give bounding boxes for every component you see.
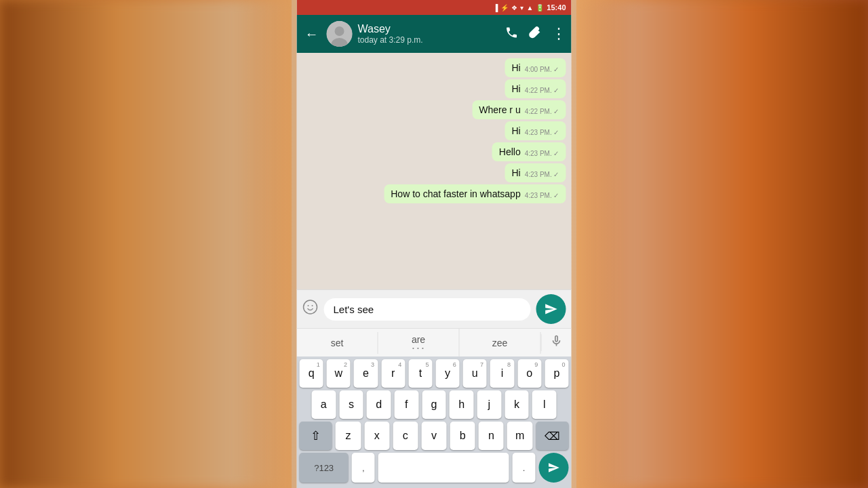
message-bubble: How to chat faster in whatsapp 4:23 PM. … xyxy=(384,184,566,203)
key-s[interactable]: s xyxy=(339,390,363,419)
key-w[interactable]: 2w xyxy=(327,359,351,388)
emoji-button[interactable] xyxy=(302,299,319,319)
period-key[interactable]: . xyxy=(513,453,536,483)
message-text: Hi xyxy=(511,62,520,73)
message-text: Hi xyxy=(511,125,520,136)
keyboard-bottom-row: ?123 , . xyxy=(297,450,572,488)
space-key[interactable] xyxy=(378,453,509,483)
message-bubble: Hi 4:23 PM. ✓ xyxy=(505,163,566,182)
status-icons: ▐ ⚡ ❖ ▾ ▲ 🔋 15:40 xyxy=(493,3,566,12)
key-z[interactable]: z xyxy=(336,422,361,450)
bg-right xyxy=(576,0,868,488)
message-bubble: Hi 4:00 PM. ✓ xyxy=(505,58,566,77)
keyboard-send-button[interactable] xyxy=(539,453,569,483)
input-text: Let's see xyxy=(334,304,374,315)
network-icon: ▲ xyxy=(526,4,533,12)
bluetooth-icon: ⚡ xyxy=(500,4,509,12)
avatar-svg xyxy=(327,21,353,47)
key-u[interactable]: 7u xyxy=(463,359,487,388)
shift-icon: ⇧ xyxy=(311,428,321,443)
menu-icon[interactable]: ⋮ xyxy=(551,25,566,43)
back-button[interactable]: ← xyxy=(302,24,321,45)
header-icons: ⋮ xyxy=(505,25,566,43)
attachment-icon[interactable] xyxy=(528,26,542,43)
key-b[interactable]: b xyxy=(450,422,475,450)
chat-area: Hi 4:00 PM. ✓ Hi 4:22 PM. ✓ Where r u 4:… xyxy=(297,53,572,289)
period-label: . xyxy=(523,463,526,473)
keyboard: 1q 2w 3e 4r 5t 6y 7u 8i 9o 0p a s d f g … xyxy=(297,357,572,488)
key-q[interactable]: 1q xyxy=(299,359,323,388)
signal-icon: ▐ xyxy=(493,4,498,12)
suggestions-bar: set are • • • zee xyxy=(297,328,572,357)
keyboard-send-icon xyxy=(548,462,560,474)
suggestion-zee[interactable]: zee xyxy=(460,332,541,354)
key-e[interactable]: 3e xyxy=(354,359,378,388)
wifi-icon: ▾ xyxy=(520,4,524,12)
key-t[interactable]: 5t xyxy=(408,359,432,388)
svg-point-4 xyxy=(308,305,309,306)
shift-key[interactable]: ⇧ xyxy=(300,422,332,450)
keyboard-row-1: 1q 2w 3e 4r 5t 6y 7u 8i 9o 0p xyxy=(297,357,572,388)
call-icon[interactable] xyxy=(505,26,519,43)
key-d[interactable]: d xyxy=(367,390,391,419)
message-time: 4:23 PM. ✓ xyxy=(525,150,559,157)
message-time: 4:22 PM. ✓ xyxy=(525,108,559,115)
emoji-svg xyxy=(302,299,319,315)
header-info: Wasey today at 3:29 p.m. xyxy=(358,23,500,45)
key-l[interactable]: l xyxy=(532,390,557,419)
message-text: Hello xyxy=(499,146,521,157)
key-o[interactable]: 9o xyxy=(517,359,541,388)
message-time: 4:23 PM. ✓ xyxy=(525,171,559,178)
bg-left xyxy=(0,0,292,488)
key-h[interactable]: h xyxy=(450,390,474,419)
chat-header: ← Wasey today at 3:29 p.m. ⋮ xyxy=(297,15,572,53)
security-icon: ❖ xyxy=(511,4,517,12)
key-g[interactable]: g xyxy=(422,390,446,419)
key-f[interactable]: f xyxy=(395,390,419,419)
message-bubble: Hi 4:23 PM. ✓ xyxy=(505,121,566,140)
comma-key[interactable]: , xyxy=(352,453,375,483)
key-p[interactable]: 0p xyxy=(545,359,568,388)
message-bubble: Hello 4:23 PM. ✓ xyxy=(492,142,566,161)
key-v[interactable]: v xyxy=(421,422,446,450)
phone-svg xyxy=(505,26,519,39)
backspace-key[interactable]: ⌫ xyxy=(536,422,568,450)
svg-point-3 xyxy=(304,300,317,314)
suggestion-set[interactable]: set xyxy=(297,332,378,354)
suggestion-are[interactable]: are • • • xyxy=(378,329,460,357)
mic-svg xyxy=(550,334,564,348)
key-j[interactable]: j xyxy=(477,390,502,419)
numbers-key[interactable]: ?123 xyxy=(300,453,349,483)
comma-label: , xyxy=(362,463,365,473)
message-text: Hi xyxy=(511,83,520,94)
send-button[interactable] xyxy=(536,294,566,324)
paperclip-svg xyxy=(528,26,542,39)
key-a[interactable]: a xyxy=(311,390,336,419)
message-text: Where r u xyxy=(479,104,520,115)
input-area: Let's see xyxy=(297,289,572,328)
message-text: How to chat faster in whatsapp xyxy=(391,188,520,199)
svg-point-1 xyxy=(335,26,344,36)
key-k[interactable]: k xyxy=(505,390,529,419)
svg-point-5 xyxy=(312,305,313,306)
key-y[interactable]: 6y xyxy=(436,359,460,388)
message-time: 4:22 PM. ✓ xyxy=(525,87,559,94)
key-m[interactable]: m xyxy=(507,422,532,450)
keyboard-row-3: ⇧ z x c v b n m ⌫ xyxy=(297,419,572,450)
key-r[interactable]: 4r xyxy=(381,359,405,388)
key-i[interactable]: 8i xyxy=(490,359,514,388)
message-bubble: Hi 4:22 PM. ✓ xyxy=(505,79,566,98)
numbers-label: ?123 xyxy=(314,463,334,473)
message-input[interactable]: Let's see xyxy=(324,298,531,321)
key-x[interactable]: x xyxy=(364,422,389,450)
backspace-icon: ⌫ xyxy=(545,430,560,443)
message-bubble: Where r u 4:22 PM. ✓ xyxy=(472,100,566,119)
dots-indicator: • • • xyxy=(412,345,425,351)
key-n[interactable]: n xyxy=(479,422,504,450)
keyboard-row-2: a s d f g h j k l xyxy=(297,388,572,419)
message-time: 4:23 PM. ✓ xyxy=(525,192,559,199)
status-time: 15:40 xyxy=(547,3,566,12)
contact-status: today at 3:29 p.m. xyxy=(358,35,500,45)
microphone-button[interactable] xyxy=(541,334,572,351)
key-c[interactable]: c xyxy=(393,422,418,450)
